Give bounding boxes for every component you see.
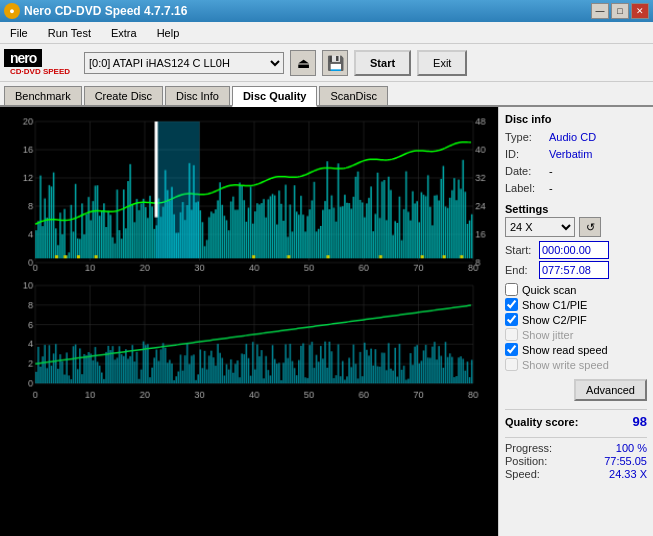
- disc-info-title: Disc info: [505, 113, 647, 125]
- tab-disc-quality[interactable]: Disc Quality: [232, 86, 318, 107]
- quality-score-label: Quality score:: [505, 416, 578, 428]
- nero-logo-top: nero: [4, 49, 42, 67]
- maximize-button[interactable]: □: [611, 3, 629, 19]
- tab-scan-disc[interactable]: ScanDisc: [319, 86, 387, 105]
- show-c1pie-checkbox[interactable]: [505, 298, 518, 311]
- position-value: 77:55.05: [604, 455, 647, 467]
- top-chart: [4, 111, 494, 273]
- show-c2pif-checkbox[interactable]: [505, 313, 518, 326]
- show-c2pif-label: Show C2/PIF: [522, 314, 587, 326]
- menu-run-test[interactable]: Run Test: [42, 25, 97, 41]
- menu-extra[interactable]: Extra: [105, 25, 143, 41]
- end-time-input[interactable]: [539, 261, 609, 279]
- show-read-speed-label: Show read speed: [522, 344, 608, 356]
- save-icon[interactable]: 💾: [322, 50, 348, 76]
- quality-score-value: 98: [633, 414, 647, 429]
- minimize-button[interactable]: —: [591, 3, 609, 19]
- disc-label-label: Label:: [505, 182, 545, 194]
- right-panel: Disc info Type: Audio CD ID: Verbatim Da…: [498, 107, 653, 536]
- end-time-label: End:: [505, 264, 535, 276]
- show-read-speed-checkbox[interactable]: [505, 343, 518, 356]
- tab-create-disc[interactable]: Create Disc: [84, 86, 163, 105]
- chart-area: [0, 107, 498, 536]
- date-label: Date:: [505, 165, 545, 177]
- main-content: Disc info Type: Audio CD ID: Verbatim Da…: [0, 107, 653, 536]
- disc-label-value: -: [549, 182, 553, 194]
- tabs: Benchmark Create Disc Disc Info Disc Qua…: [0, 82, 653, 107]
- tab-disc-info[interactable]: Disc Info: [165, 86, 230, 105]
- progress-value: 100 %: [616, 442, 647, 454]
- start-button[interactable]: Start: [354, 50, 411, 76]
- show-write-speed-checkbox[interactable]: [505, 358, 518, 371]
- title-bar: ● Nero CD-DVD Speed 4.7.7.16 — □ ✕: [0, 0, 653, 22]
- start-time-input[interactable]: [539, 241, 609, 259]
- tab-benchmark[interactable]: Benchmark: [4, 86, 82, 105]
- nero-logo-bottom: CD·DVD SPEED: [4, 67, 70, 76]
- quick-scan-checkbox[interactable]: [505, 283, 518, 296]
- speed-label: Speed:: [505, 468, 540, 480]
- app-icon: ●: [4, 3, 20, 19]
- type-value: Audio CD: [549, 131, 596, 143]
- exit-button[interactable]: Exit: [417, 50, 467, 76]
- type-label: Type:: [505, 131, 545, 143]
- advanced-button[interactable]: Advanced: [574, 379, 647, 401]
- window-controls: — □ ✕: [591, 3, 649, 19]
- menu-help[interactable]: Help: [151, 25, 186, 41]
- close-button[interactable]: ✕: [631, 3, 649, 19]
- show-write-speed-label: Show write speed: [522, 359, 609, 371]
- speed-select[interactable]: 24 X 4 X 8 X 16 X 40 X Max: [505, 217, 575, 237]
- show-jitter-checkbox[interactable]: [505, 328, 518, 341]
- id-value: Verbatim: [549, 148, 592, 160]
- menu-file[interactable]: File: [4, 25, 34, 41]
- eject-icon[interactable]: ⏏: [290, 50, 316, 76]
- settings-title: Settings: [505, 203, 647, 215]
- date-value: -: [549, 165, 553, 177]
- speed-value: 24.33 X: [609, 468, 647, 480]
- show-c1pie-label: Show C1/PIE: [522, 299, 587, 311]
- id-label: ID:: [505, 148, 545, 160]
- menu-bar: File Run Test Extra Help: [0, 22, 653, 44]
- show-jitter-label: Show jitter: [522, 329, 573, 341]
- start-time-label: Start:: [505, 244, 535, 256]
- window-title: Nero CD-DVD Speed 4.7.7.16: [24, 4, 187, 18]
- quality-score-row: Quality score: 98: [505, 409, 647, 429]
- bottom-chart: [4, 275, 494, 400]
- progress-label: Progress:: [505, 442, 552, 454]
- progress-section: Progress: 100 % Position: 77:55.05 Speed…: [505, 437, 647, 481]
- refresh-button[interactable]: ↺: [579, 217, 601, 237]
- position-label: Position:: [505, 455, 547, 467]
- toolbar: nero CD·DVD SPEED [0:0] ATAPI iHAS124 C …: [0, 44, 653, 82]
- drive-select[interactable]: [0:0] ATAPI iHAS124 C LL0H: [84, 52, 284, 74]
- quick-scan-label: Quick scan: [522, 284, 576, 296]
